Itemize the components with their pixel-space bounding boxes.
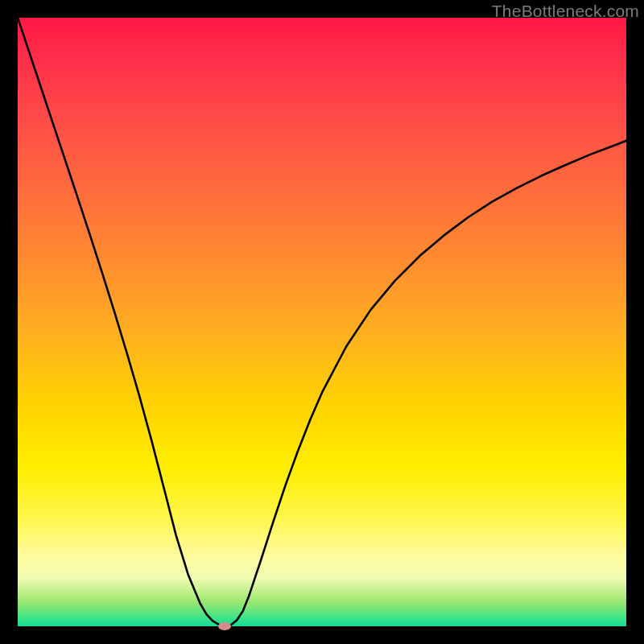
curve-line <box>18 18 626 626</box>
plot-area <box>18 18 626 626</box>
watermark: TheBottleneck.com <box>492 2 639 21</box>
optimum-marker <box>218 622 231 630</box>
bottleneck-chart <box>18 18 626 626</box>
